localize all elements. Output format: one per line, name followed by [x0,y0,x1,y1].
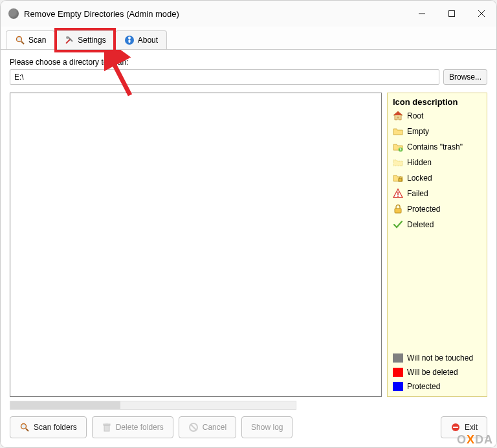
svg-rect-19 [395,208,401,213]
legend-empty: Empty [393,126,481,137]
svg-point-20 [21,424,27,429]
browse-button[interactable]: Browse... [443,69,487,85]
lock-icon [393,204,403,214]
svg-point-10 [128,37,131,39]
trash-icon [102,422,112,432]
tab-settings[interactable]: Settings [55,30,115,49]
titlebar: Remove Empty Directories (Admin mode) [1,1,496,27]
svg-line-21 [26,429,28,431]
search-icon [19,422,30,432]
svg-rect-28 [453,427,458,428]
legend-failed: Failed [393,188,481,199]
svg-rect-23 [104,424,110,425]
svg-rect-1 [449,11,455,17]
svg-marker-14 [393,111,403,115]
directory-input[interactable] [10,69,439,85]
info-icon [124,35,135,45]
folder-locked-icon [393,173,403,183]
legend-deleted-color: Will be deleted [393,368,481,377]
tools-icon [64,35,74,45]
app-icon [8,8,19,19]
legend-protected-icon: Protected [393,204,481,214]
svg-line-5 [21,41,24,44]
tab-label: Settings [78,36,105,45]
swatch-red [393,368,403,377]
svg-rect-11 [128,39,130,43]
tab-label: About [138,36,158,45]
home-icon [393,111,403,121]
cancel-button[interactable]: Cancel [179,416,236,438]
cancel-icon [188,422,199,432]
legend-root: Root [393,111,481,121]
tab-label: Scan [28,36,46,45]
window-title: Remove Empty Directories (Admin mode) [24,9,407,19]
folder-hidden-icon [393,157,403,168]
minimize-button[interactable] [407,1,437,27]
check-icon [393,219,403,230]
warning-icon [393,188,403,199]
maximize-button[interactable] [437,1,467,27]
svg-rect-16 [399,179,402,181]
svg-point-8 [66,36,69,39]
scrollbar-thumb[interactable] [10,401,120,409]
legend-hidden: Hidden [393,157,481,168]
svg-point-18 [397,196,399,197]
svg-rect-22 [104,425,109,431]
search-icon [15,35,25,45]
delete-folders-button[interactable]: Delete folders [92,416,173,438]
watermark: OXDA [457,433,493,447]
legend-trash: Contains "trash" [393,142,481,152]
exit-icon [450,422,461,432]
svg-rect-24 [105,423,108,425]
show-log-button[interactable]: Show log [241,416,293,438]
legend-panel: Icon description Root Empty [387,93,487,397]
svg-line-26 [191,425,196,430]
svg-point-4 [17,37,22,42]
folder-trash-icon [393,142,403,152]
scan-panel: Please choose a directory to scan: Brows… [1,49,496,447]
legend-title: Icon description [393,97,481,107]
legend-locked: Locked [393,173,481,183]
results-tree[interactable] [10,93,382,397]
horizontal-scrollbar[interactable] [10,401,296,410]
tabbar: Scan Settings About [1,27,496,49]
swatch-blue [393,382,403,391]
legend-deleted: Deleted [393,219,481,230]
tab-scan[interactable]: Scan [6,30,55,49]
swatch-gray [393,353,403,363]
directory-prompt: Please choose a directory to scan: [10,58,487,67]
tab-about[interactable]: About [115,30,167,49]
legend-protected-color: Protected [393,382,481,391]
folder-icon [393,126,403,137]
scan-folders-button[interactable]: Scan folders [10,416,87,438]
legend-not-touched: Will not be touched [393,353,481,363]
close-button[interactable] [467,1,496,27]
